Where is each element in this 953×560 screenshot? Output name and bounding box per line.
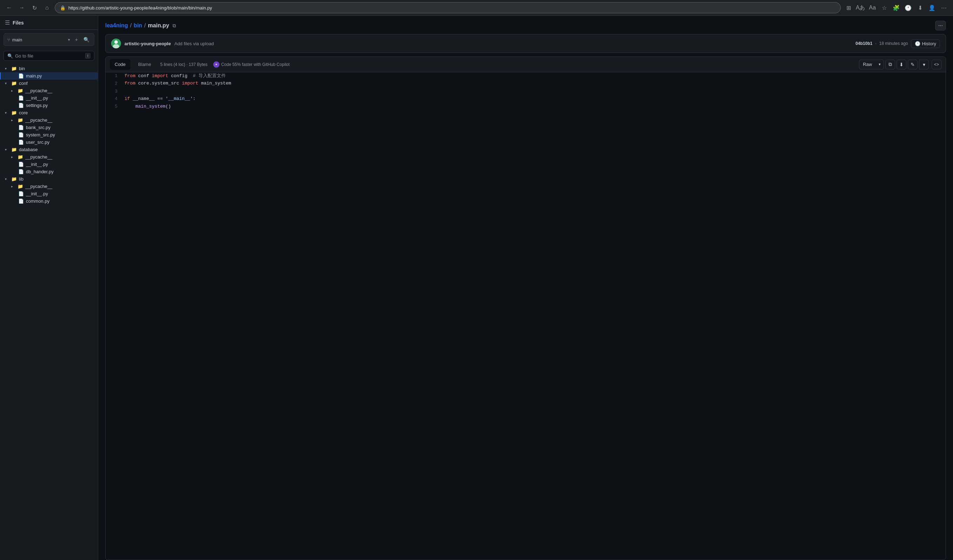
file-icon: 📄 — [18, 73, 24, 79]
tree-item-main-py[interactable]: 📄 main.py — [0, 72, 98, 80]
folder-icon: 📁 — [17, 118, 23, 123]
chevron-down-icon: ▾ — [5, 67, 9, 70]
line-content: main_system() — [123, 103, 946, 110]
code-toolbar: Code Blame 5 lines (4 loc) · 137 Bytes ✦… — [106, 57, 946, 72]
commit-message: Add files via upload — [174, 41, 214, 46]
downloads-icon[interactable]: ⬇ — [915, 3, 925, 12]
svg-point-2 — [113, 44, 119, 48]
more-file-options-button[interactable]: ▾ — [919, 60, 929, 70]
chevron-down-icon: ▾ — [5, 147, 9, 152]
tree-item-init-conf[interactable]: 📄 __init__.py — [0, 94, 98, 102]
tree-item-label: bank_src.py — [26, 125, 51, 130]
tree-item-label: db_hander.py — [26, 169, 54, 174]
browser-chrome: ← → ↻ ⌂ 🔒 https://github.com/artistic-yo… — [0, 0, 953, 16]
tree-item-database[interactable]: ▾ 📁 database — [0, 146, 98, 153]
tab-blame[interactable]: Blame — [133, 59, 156, 70]
breadcrumb-bin[interactable]: bin — [133, 22, 142, 29]
line-content: from core.system_src import main_system — [123, 80, 946, 88]
code-line-4: 4 if __name__ == '__main__': — [106, 95, 946, 103]
raw-button[interactable]: Raw — [859, 60, 875, 70]
add-file-button[interactable]: + — [72, 36, 81, 44]
commit-separator: · — [875, 41, 876, 46]
file-search-bar[interactable]: 🔍 Go to file t — [3, 51, 94, 60]
line-content: if __name__ == '__main__': — [123, 95, 946, 103]
history-button[interactable]: 🕐 History — [911, 39, 940, 48]
history-clock-icon: 🕐 — [915, 41, 920, 46]
tree-item-core[interactable]: ▾ 📁 core — [0, 109, 98, 116]
branch-selector[interactable]: ⑂ main ▾ + 🔍 — [3, 33, 94, 46]
text-options-icon[interactable]: Aa — [868, 3, 877, 12]
tree-item-pycache-lib[interactable]: ▸ 📁 __pycache__ — [0, 183, 98, 190]
tree-item-user-src[interactable]: 📄 user_src.py — [0, 138, 98, 146]
tree-item-label: common.py — [26, 199, 50, 204]
tab-code[interactable]: Code — [110, 59, 130, 70]
address-bar[interactable]: 🔒 https://github.com/artistic-young-peop… — [55, 2, 841, 13]
chevron-right-icon: ▸ — [11, 89, 16, 93]
bookmark-icon[interactable]: ☆ — [879, 3, 889, 12]
line-number: 1 — [106, 72, 123, 80]
download-button[interactable]: ⬇ — [897, 60, 906, 70]
tree-item-pycache-db[interactable]: ▸ 📁 __pycache__ — [0, 153, 98, 161]
tree-item-label: __pycache__ — [25, 88, 52, 93]
raw-dropdown-button[interactable]: ▾ — [875, 60, 884, 70]
commit-hash[interactable]: 04b10b1 — [855, 41, 872, 46]
tree-item-init-db[interactable]: 📄 __init__.py — [0, 161, 98, 168]
copilot-badge[interactable]: ✦ Code 55% faster with GitHub Copilot — [213, 61, 290, 68]
translate-icon[interactable]: Aあ — [855, 3, 865, 12]
code-line-1: 1 from conf import config # 导入配置文件 — [106, 72, 946, 80]
commit-author[interactable]: artistic-young-people — [124, 41, 171, 46]
tree-item-label: settings.py — [26, 103, 48, 108]
app-container: ☰ Files ⑂ main ▾ + 🔍 🔍 Go to file t ▾ 📁 … — [0, 16, 953, 560]
file-icon: 📄 — [18, 169, 24, 174]
chevron-right-icon: ▸ — [11, 155, 16, 159]
tree-item-db-hander[interactable]: 📄 db_hander.py — [0, 168, 98, 175]
tree-item-system-src[interactable]: 📄 system_src.py — [0, 131, 98, 138]
tree-item-bin[interactable]: ▾ 📁 bin — [0, 65, 98, 72]
main-content: lea4ning / bin / main.py ⧉ ··· artistic-… — [98, 16, 953, 560]
tree-item-common[interactable]: 📄 common.py — [0, 197, 98, 205]
search-files-button[interactable]: 🔍 — [82, 36, 90, 44]
copy-raw-button[interactable]: ⧉ — [885, 60, 895, 70]
tree-item-init-lib[interactable]: 📄 __init__.py — [0, 190, 98, 197]
branch-chevron-icon: ▾ — [68, 37, 70, 42]
toolbar-right: Raw ▾ ⧉ ⬇ ✎ ▾ <> — [859, 60, 941, 70]
tree-item-pycache-core[interactable]: ▸ 📁 __pycache__ — [0, 116, 98, 124]
copy-path-button[interactable]: ⧉ — [172, 23, 176, 29]
symbols-button[interactable]: <> — [931, 60, 941, 70]
forward-button[interactable]: → — [17, 3, 26, 12]
menu-icon[interactable]: ⋯ — [939, 3, 949, 12]
tree-item-label: __init__.py — [26, 191, 48, 196]
commit-time: 18 minutes ago — [879, 41, 908, 46]
line-content: from conf import config # 导入配置文件 — [123, 72, 946, 80]
commit-time-info: 04b10b1 · 18 minutes ago 🕐 History — [855, 39, 940, 48]
tree-item-conf[interactable]: ▾ 📁 conf — [0, 80, 98, 87]
tree-item-settings[interactable]: 📄 settings.py — [0, 102, 98, 109]
line-number: 5 — [106, 103, 123, 110]
tree-item-lib[interactable]: ▾ 📁 lib — [0, 175, 98, 183]
file-icon: 📄 — [18, 125, 24, 130]
home-button[interactable]: ⌂ — [42, 3, 52, 12]
folder-icon: 📁 — [17, 154, 23, 160]
breadcrumb-filename: main.py — [148, 22, 169, 29]
edit-button[interactable]: ✎ — [908, 60, 917, 70]
history-icon[interactable]: 🕐 — [903, 3, 913, 12]
breadcrumb-repo[interactable]: lea4ning — [105, 22, 128, 29]
search-icon: 🔍 — [7, 53, 13, 59]
folder-icon: 📁 — [11, 176, 17, 181]
tree-item-label: __pycache__ — [25, 184, 52, 189]
tree-item-pycache-conf[interactable]: ▸ 📁 __pycache__ — [0, 87, 98, 94]
chevron-right-icon: ▸ — [11, 118, 16, 122]
extensions-icon[interactable]: 🧩 — [891, 3, 901, 12]
tab-groups-icon[interactable]: ⊞ — [844, 3, 854, 12]
reload-button[interactable]: ↻ — [29, 3, 39, 12]
profile-icon[interactable]: 👤 — [927, 3, 937, 12]
sidebar-title: Files — [12, 20, 93, 26]
chevron-down-icon: ▾ — [5, 177, 9, 181]
back-button[interactable]: ← — [4, 3, 14, 12]
chevron-right-icon: ▸ — [11, 185, 16, 188]
tree-item-label: __pycache__ — [25, 118, 52, 123]
breadcrumb-sep-2: / — [144, 22, 146, 29]
browser-nav-icons: ⊞ Aあ Aa ☆ 🧩 🕐 ⬇ 👤 ⋯ — [844, 3, 949, 12]
tree-item-bank-src[interactable]: 📄 bank_src.py — [0, 124, 98, 131]
more-options-button[interactable]: ··· — [935, 21, 946, 31]
